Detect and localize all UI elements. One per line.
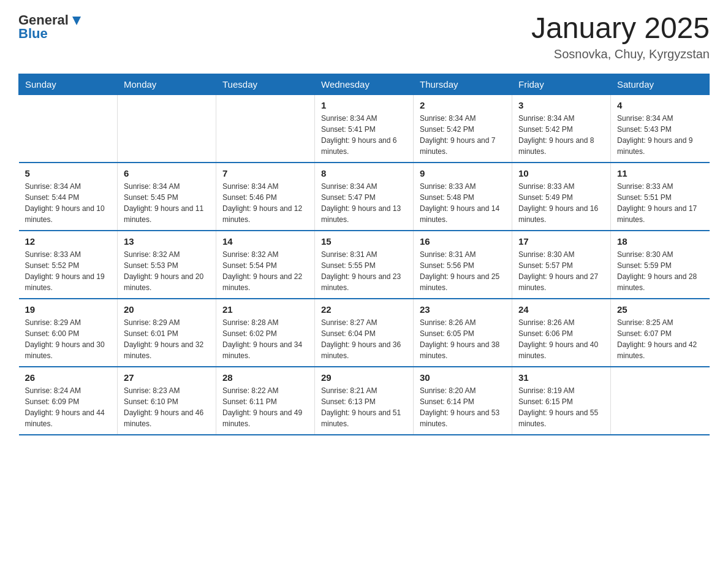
day-number: 25 bbox=[617, 304, 703, 315]
day-info: Sunrise: 8:34 AM Sunset: 5:42 PM Dayligh… bbox=[420, 113, 506, 157]
calendar-cell: 13Sunrise: 8:32 AM Sunset: 5:53 PM Dayli… bbox=[118, 231, 216, 299]
day-info: Sunrise: 8:29 AM Sunset: 6:01 PM Dayligh… bbox=[124, 317, 210, 361]
header-saturday: Saturday bbox=[611, 74, 710, 94]
calendar-cell: 11Sunrise: 8:33 AM Sunset: 5:51 PM Dayli… bbox=[611, 163, 710, 231]
header-friday: Friday bbox=[512, 74, 611, 94]
day-info: Sunrise: 8:21 AM Sunset: 6:13 PM Dayligh… bbox=[321, 385, 407, 429]
day-number: 16 bbox=[420, 236, 506, 247]
day-info: Sunrise: 8:33 AM Sunset: 5:49 PM Dayligh… bbox=[518, 181, 604, 225]
day-info: Sunrise: 8:29 AM Sunset: 6:00 PM Dayligh… bbox=[25, 317, 112, 361]
calendar-cell: 25Sunrise: 8:25 AM Sunset: 6:07 PM Dayli… bbox=[611, 299, 710, 367]
week-row-1: 5Sunrise: 8:34 AM Sunset: 5:44 PM Daylig… bbox=[19, 163, 710, 231]
day-info: Sunrise: 8:34 AM Sunset: 5:42 PM Dayligh… bbox=[518, 113, 604, 157]
header-tuesday: Tuesday bbox=[216, 74, 315, 94]
calendar-cell: 5Sunrise: 8:34 AM Sunset: 5:44 PM Daylig… bbox=[19, 163, 118, 231]
day-number: 24 bbox=[518, 304, 604, 315]
logo-triangle-icon bbox=[70, 14, 83, 28]
calendar-cell: 18Sunrise: 8:30 AM Sunset: 5:59 PM Dayli… bbox=[611, 231, 710, 299]
header-sunday: Sunday bbox=[19, 74, 118, 94]
day-number: 31 bbox=[518, 372, 604, 383]
week-row-3: 19Sunrise: 8:29 AM Sunset: 6:00 PM Dayli… bbox=[19, 299, 710, 367]
day-number: 8 bbox=[321, 168, 407, 178]
calendar-cell bbox=[216, 94, 315, 163]
calendar-cell: 23Sunrise: 8:26 AM Sunset: 6:05 PM Dayli… bbox=[414, 299, 512, 367]
svg-marker-0 bbox=[72, 17, 81, 25]
calendar-cell: 10Sunrise: 8:33 AM Sunset: 5:49 PM Dayli… bbox=[512, 163, 611, 231]
page-header: General Blue January 2025 Sosnovka, Chuy… bbox=[18, 12, 710, 61]
calendar-cell bbox=[19, 94, 118, 163]
day-number: 27 bbox=[124, 372, 210, 383]
day-info: Sunrise: 8:34 AM Sunset: 5:44 PM Dayligh… bbox=[25, 181, 112, 225]
calendar-cell bbox=[611, 367, 710, 435]
calendar-cell: 19Sunrise: 8:29 AM Sunset: 6:00 PM Dayli… bbox=[19, 299, 118, 367]
day-number: 12 bbox=[25, 236, 112, 247]
day-info: Sunrise: 8:34 AM Sunset: 5:41 PM Dayligh… bbox=[321, 113, 407, 157]
day-info: Sunrise: 8:32 AM Sunset: 5:53 PM Dayligh… bbox=[124, 249, 210, 293]
day-number: 3 bbox=[518, 100, 604, 110]
header-monday: Monday bbox=[118, 74, 216, 94]
day-info: Sunrise: 8:31 AM Sunset: 5:56 PM Dayligh… bbox=[420, 249, 506, 293]
day-info: Sunrise: 8:28 AM Sunset: 6:02 PM Dayligh… bbox=[222, 317, 308, 361]
day-number: 14 bbox=[222, 236, 308, 247]
calendar-cell: 3Sunrise: 8:34 AM Sunset: 5:42 PM Daylig… bbox=[512, 94, 611, 163]
calendar-cell: 4Sunrise: 8:34 AM Sunset: 5:43 PM Daylig… bbox=[611, 94, 710, 163]
calendar-cell: 14Sunrise: 8:32 AM Sunset: 5:54 PM Dayli… bbox=[216, 231, 315, 299]
day-number: 10 bbox=[518, 168, 604, 178]
header-wednesday: Wednesday bbox=[315, 74, 414, 94]
calendar-cell: 9Sunrise: 8:33 AM Sunset: 5:48 PM Daylig… bbox=[414, 163, 512, 231]
day-info: Sunrise: 8:30 AM Sunset: 5:57 PM Dayligh… bbox=[518, 249, 604, 293]
day-info: Sunrise: 8:33 AM Sunset: 5:51 PM Dayligh… bbox=[617, 181, 703, 225]
calendar-cell: 30Sunrise: 8:20 AM Sunset: 6:14 PM Dayli… bbox=[414, 367, 512, 435]
calendar-cell: 7Sunrise: 8:34 AM Sunset: 5:46 PM Daylig… bbox=[216, 163, 315, 231]
day-number: 28 bbox=[222, 372, 308, 383]
day-info: Sunrise: 8:19 AM Sunset: 6:15 PM Dayligh… bbox=[518, 385, 604, 429]
calendar-cell: 22Sunrise: 8:27 AM Sunset: 6:04 PM Dayli… bbox=[315, 299, 414, 367]
calendar-cell: 21Sunrise: 8:28 AM Sunset: 6:02 PM Dayli… bbox=[216, 299, 315, 367]
day-info: Sunrise: 8:33 AM Sunset: 5:52 PM Dayligh… bbox=[25, 249, 112, 293]
day-number: 20 bbox=[124, 304, 210, 315]
day-number: 26 bbox=[25, 372, 112, 383]
calendar-cell: 27Sunrise: 8:23 AM Sunset: 6:10 PM Dayli… bbox=[118, 367, 216, 435]
header-thursday: Thursday bbox=[414, 74, 512, 94]
day-number: 15 bbox=[321, 236, 407, 247]
location-title: Sosnovka, Chuy, Kyrgyzstan bbox=[531, 47, 710, 61]
day-number: 5 bbox=[25, 168, 112, 178]
day-info: Sunrise: 8:30 AM Sunset: 5:59 PM Dayligh… bbox=[617, 249, 703, 293]
calendar-cell: 31Sunrise: 8:19 AM Sunset: 6:15 PM Dayli… bbox=[512, 367, 611, 435]
calendar-cell: 20Sunrise: 8:29 AM Sunset: 6:01 PM Dayli… bbox=[118, 299, 216, 367]
day-number: 9 bbox=[420, 168, 506, 178]
day-info: Sunrise: 8:34 AM Sunset: 5:43 PM Dayligh… bbox=[617, 113, 703, 157]
day-info: Sunrise: 8:25 AM Sunset: 6:07 PM Dayligh… bbox=[617, 317, 703, 361]
calendar-cell: 28Sunrise: 8:22 AM Sunset: 6:11 PM Dayli… bbox=[216, 367, 315, 435]
week-row-4: 26Sunrise: 8:24 AM Sunset: 6:09 PM Dayli… bbox=[19, 367, 710, 435]
title-section: January 2025 Sosnovka, Chuy, Kyrgyzstan bbox=[531, 12, 710, 61]
calendar-cell: 16Sunrise: 8:31 AM Sunset: 5:56 PM Dayli… bbox=[414, 231, 512, 299]
calendar-cell bbox=[118, 94, 216, 163]
day-number: 17 bbox=[518, 236, 604, 247]
day-number: 23 bbox=[420, 304, 506, 315]
month-title: January 2025 bbox=[531, 12, 710, 45]
day-number: 7 bbox=[222, 168, 308, 178]
day-number: 18 bbox=[617, 236, 703, 247]
calendar-cell: 12Sunrise: 8:33 AM Sunset: 5:52 PM Dayli… bbox=[19, 231, 118, 299]
week-row-2: 12Sunrise: 8:33 AM Sunset: 5:52 PM Dayli… bbox=[19, 231, 710, 299]
day-info: Sunrise: 8:34 AM Sunset: 5:45 PM Dayligh… bbox=[124, 181, 210, 225]
logo: General Blue bbox=[18, 12, 83, 42]
calendar-cell: 29Sunrise: 8:21 AM Sunset: 6:13 PM Dayli… bbox=[315, 367, 414, 435]
calendar-cell: 15Sunrise: 8:31 AM Sunset: 5:55 PM Dayli… bbox=[315, 231, 414, 299]
calendar-cell: 17Sunrise: 8:30 AM Sunset: 5:57 PM Dayli… bbox=[512, 231, 611, 299]
day-info: Sunrise: 8:20 AM Sunset: 6:14 PM Dayligh… bbox=[420, 385, 506, 429]
day-info: Sunrise: 8:27 AM Sunset: 6:04 PM Dayligh… bbox=[321, 317, 407, 361]
calendar-cell: 1Sunrise: 8:34 AM Sunset: 5:41 PM Daylig… bbox=[315, 94, 414, 163]
week-row-0: 1Sunrise: 8:34 AM Sunset: 5:41 PM Daylig… bbox=[19, 94, 710, 163]
day-number: 2 bbox=[420, 100, 506, 110]
day-number: 29 bbox=[321, 372, 407, 383]
day-info: Sunrise: 8:22 AM Sunset: 6:11 PM Dayligh… bbox=[222, 385, 308, 429]
day-number: 11 bbox=[617, 168, 703, 178]
calendar-cell: 8Sunrise: 8:34 AM Sunset: 5:47 PM Daylig… bbox=[315, 163, 414, 231]
calendar-cell: 26Sunrise: 8:24 AM Sunset: 6:09 PM Dayli… bbox=[19, 367, 118, 435]
calendar-table: SundayMondayTuesdayWednesdayThursdayFrid… bbox=[18, 74, 710, 435]
day-number: 13 bbox=[124, 236, 210, 247]
day-info: Sunrise: 8:31 AM Sunset: 5:55 PM Dayligh… bbox=[321, 249, 407, 293]
day-number: 30 bbox=[420, 372, 506, 383]
